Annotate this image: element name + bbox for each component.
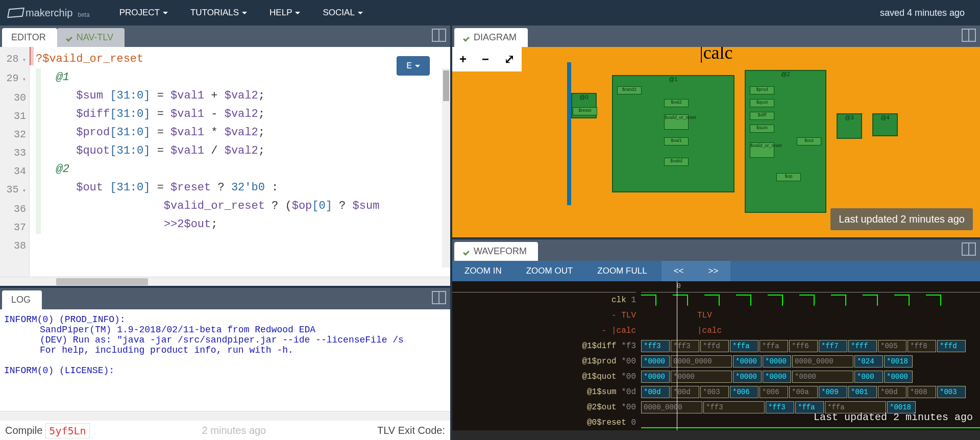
waveform-tabbar: WAVEFORM <box>452 239 980 261</box>
split-icon[interactable] <box>432 291 446 304</box>
stage-4[interactable]: @4 <box>872 113 898 136</box>
stage-3[interactable]: @3 <box>837 113 862 139</box>
diagram-pane: DIAGRAM + − ⤢ |calc @0$reset @1 $rand2 $… <box>452 26 980 237</box>
tab-diagram[interactable]: DIAGRAM <box>454 28 528 47</box>
stage-2[interactable]: @2 $prod $quot $diff $sum $valid_or_rese… <box>745 70 826 213</box>
log-output[interactable]: INFORM(0) (PROD_INFO): SandPiper(TM) 1.9… <box>0 309 450 411</box>
nav-prev-button[interactable]: << <box>662 261 696 281</box>
split-icon[interactable] <box>432 29 446 42</box>
zoom-in-button[interactable]: ZOOM IN <box>452 261 514 281</box>
menu-tutorials[interactable]: TUTORIALS <box>179 1 258 25</box>
split-icon[interactable] <box>962 29 976 42</box>
caret-icon <box>163 12 168 14</box>
compile-label: Compile <box>5 425 42 436</box>
waveform-pane: WAVEFORM ZOOM IN ZOOM OUT ZOOM FULL << >… <box>452 239 980 440</box>
log-tabbar: LOG <box>0 288 450 309</box>
diagram-tabbar: DIAGRAM <box>452 26 980 47</box>
caret-icon <box>358 12 363 14</box>
header: makerchip beta PROJECT TUTORIALS HELP SO… <box>0 0 980 26</box>
zoom-in-icon[interactable]: + <box>459 52 467 66</box>
logo[interactable]: makerchip beta <box>5 7 93 19</box>
editor-tabbar: EDITOR NAV-TLV <box>0 26 450 47</box>
menu-help[interactable]: HELP <box>258 1 311 25</box>
check-icon <box>463 248 471 255</box>
waveform-hscroll[interactable] <box>452 430 980 440</box>
logo-icon <box>7 8 24 18</box>
editor-vscroll[interactable] <box>442 68 450 267</box>
waveform-canvas[interactable]: clk 1- TLV- |calc@1$diff *f3@1$prod *00@… <box>452 281 980 430</box>
save-status: saved 4 minutes ago <box>880 8 975 18</box>
zoom-out-icon[interactable]: − <box>482 52 489 66</box>
change-margin <box>30 47 34 277</box>
signal-names: clk 1- TLV- |calc@1$diff *f3@1$prod *00@… <box>452 281 641 430</box>
exit-code-label: TLV Exit Code: <box>377 425 445 436</box>
pipeline: @0$reset @1 $rand2 $val2 $vaild_or_reset… <box>567 62 980 205</box>
caret-icon <box>415 65 420 67</box>
caret-icon <box>242 12 247 14</box>
zoom-full-button[interactable]: ZOOM FULL <box>585 261 659 281</box>
log-hscroll[interactable] <box>0 411 450 420</box>
caret-icon <box>295 12 300 14</box>
editor-hscroll[interactable] <box>0 277 450 286</box>
compile-code[interactable]: 5yf5Ln <box>45 423 89 438</box>
check-icon <box>463 34 471 41</box>
tab-waveform[interactable]: WAVEFORM <box>454 242 538 261</box>
waveform-toolbar: ZOOM IN ZOOM OUT ZOOM FULL << >> <box>452 261 980 281</box>
tab-navtlv[interactable]: NAV-TLV <box>57 28 125 47</box>
e-button[interactable]: E <box>397 56 430 76</box>
stage-1[interactable]: @1 $rand2 $val2 $vaild_or_reset $val1 $v… <box>612 75 734 192</box>
diagram-title: |calc <box>699 47 732 63</box>
check-icon <box>66 34 74 41</box>
zoom-out-button[interactable]: ZOOM OUT <box>514 261 585 281</box>
menu-project[interactable]: PROJECT <box>108 1 179 25</box>
waveform-status: Last updated 2 minutes ago <box>814 411 973 423</box>
editor-pane: EDITOR NAV-TLV 2829303132333435363738 ?$… <box>0 26 450 286</box>
diagram-canvas[interactable]: + − ⤢ |calc @0$reset @1 $rand2 $val2 $va… <box>452 47 980 237</box>
stage-0[interactable]: @0$reset <box>571 93 597 118</box>
tab-log[interactable]: LOG <box>2 290 42 309</box>
signal-values[interactable]: 0 TLV|calc*ff3*ff3*ffd*ffa*ffa*ff6*ff7*f… <box>641 281 980 430</box>
fullscreen-icon[interactable]: ⤢ <box>504 52 514 66</box>
code-area[interactable]: ?$vaild_or_reset @1 $sum [31:0] = $val1 … <box>34 47 450 277</box>
tab-editor[interactable]: EDITOR <box>2 28 57 47</box>
compile-ago: 2 minutes ago <box>202 425 266 436</box>
menu-social[interactable]: SOCIAL <box>311 1 374 25</box>
line-gutter: 2829303132333435363738 <box>0 47 30 277</box>
split-icon[interactable] <box>962 242 976 256</box>
diagram-status: Last updated 2 minutes ago <box>830 208 973 230</box>
time-marker[interactable] <box>677 281 677 430</box>
beta-label: beta <box>78 11 89 18</box>
code-editor[interactable]: 2829303132333435363738 ?$vaild_or_reset … <box>0 47 450 277</box>
diagram-toolbar: + − ⤢ <box>452 47 522 71</box>
nav-next-button[interactable]: >> <box>696 261 730 281</box>
log-footer: Compile 5yf5Ln 2 minutes ago TLV Exit Co… <box>0 420 450 440</box>
menu-bar: PROJECT TUTORIALS HELP SOCIAL <box>108 1 374 25</box>
log-pane: LOG INFORM(0) (PROD_INFO): SandPiper(TM)… <box>0 288 450 440</box>
logo-text: makerchip <box>26 7 72 19</box>
